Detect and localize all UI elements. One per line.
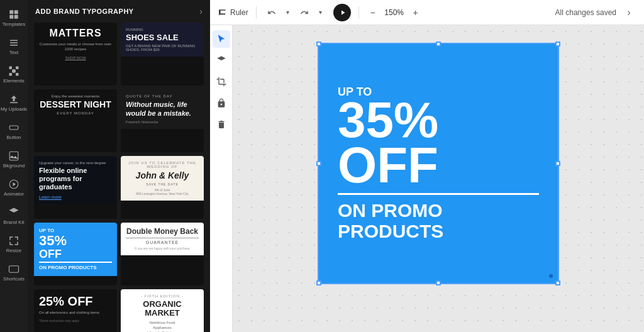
canvas-document[interactable]: UP TO 35% OFF ON PROMO PRODUCTS: [319, 44, 558, 283]
card-promo-pct: 35%: [39, 234, 112, 248]
template-card-wedding[interactable]: Join us to celebrate the wedding of John…: [121, 156, 204, 219]
svg-rect-9: [9, 126, 18, 130]
svg-rect-12: [9, 266, 19, 273]
crop-tool[interactable]: [213, 73, 230, 91]
sidebar-item-brand-kit[interactable]: Brand Kit: [0, 203, 28, 229]
svg-rect-0: [9, 10, 13, 14]
card-dessert-day: EVERY MONDAY: [57, 111, 94, 115]
template-card-music[interactable]: QUOTE OF THE DAY Without music, life wou…: [121, 89, 204, 152]
card-money-title: Double Money Back: [126, 228, 198, 236]
card-money-guarantee: GUARANTEE: [126, 238, 199, 245]
sidebar-item-uploads[interactable]: My Uploads: [0, 90, 28, 116]
lock-tool[interactable]: [213, 94, 230, 112]
card-flexible-link: Learn more: [39, 195, 112, 199]
template-card-money[interactable]: Double Money Back GUARANTEE If you are n…: [121, 223, 204, 285]
svg-point-4: [12, 69, 16, 73]
sidebar-item-background[interactable]: Bkground: [0, 147, 28, 172]
card-promo-divider: [39, 262, 112, 263]
resize-handle-br[interactable]: [555, 280, 560, 285]
ruler-icon: [218, 8, 228, 18]
svg-rect-2: [9, 15, 13, 19]
card-shoes-title: SHOES SALE: [126, 33, 199, 42]
card-dessert-sub: Enjoy the sweetest moments: [52, 94, 100, 98]
card-shoes-sub: GET A BRAND NEW PAIR OF RUNNING SHOES, F…: [126, 44, 199, 52]
panel-header: ADD BRAND TYPOGRAPHY ›: [28, 0, 210, 23]
expand-button[interactable]: ›: [621, 5, 636, 20]
svg-rect-10: [9, 152, 18, 160]
svg-rect-3: [14, 15, 18, 19]
resize-handle-bm[interactable]: [436, 280, 441, 285]
canvas-line4: ON PROMO: [338, 200, 539, 221]
zoom-level: 150%: [382, 8, 407, 17]
canvas-line3: OFF: [338, 143, 539, 188]
resize-handle-tr[interactable]: [555, 42, 560, 47]
card-music-label: QUOTE OF THE DAY: [126, 94, 199, 98]
resize-handle-ml[interactable]: [316, 161, 321, 166]
sidebar-item-animator[interactable]: Animator: [0, 175, 28, 201]
sidebar-item-resize[interactable]: Resize: [0, 231, 28, 257]
card-flexible-title: Flexible online programs for graduates: [39, 167, 112, 192]
corner-indicator: [549, 274, 553, 278]
resize-handle-bl[interactable]: [316, 280, 321, 285]
resize-handle-tm[interactable]: [436, 42, 441, 47]
panel-close-button[interactable]: ›: [199, 6, 203, 16]
panel-title: ADD BRAND TYPOGRAPHY: [35, 8, 134, 15]
canvas-line2: 35%: [338, 97, 539, 143]
separator: [256, 6, 257, 19]
sidebar-item-text[interactable]: Text: [0, 33, 28, 59]
separator2: [358, 6, 359, 19]
card-flexible-sub: Upgrade your career, to the next degree: [39, 161, 112, 165]
card-dessert-title: DESSERT NIGHT: [40, 100, 111, 109]
card-wedding-details: 4th of June 866 Lexington Avenue, New Yo…: [136, 188, 188, 196]
card-25-desc: On all electronics and clothing items: [39, 311, 112, 316]
play-button[interactable]: [333, 4, 351, 21]
card-matters-title: MATTERS: [49, 28, 101, 39]
card-25-note: *Some exclusions may apply: [39, 319, 112, 323]
zoom-controls: − 150% +: [367, 6, 422, 19]
canvas-content: UP TO 35% OFF ON PROMO PRODUCTS: [319, 44, 558, 283]
sidebar: Templates Text Elements My Uploads Butto…: [0, 0, 28, 332]
card-music-author: Friedrich Nietzsche: [126, 120, 199, 124]
card-money-small: If you are not happy with your purchase: [135, 246, 190, 250]
sidebar-item-elements[interactable]: Elements: [0, 62, 28, 87]
card-music-quote: Without music, life would be a mistake.: [126, 100, 199, 118]
svg-rect-7: [16, 73, 19, 76]
svg-rect-5: [9, 67, 13, 70]
card-25-pct: 25% OFF: [39, 294, 112, 309]
delete-tool[interactable]: [213, 116, 230, 133]
template-card-25off[interactable]: 25% OFF On all electronics and clothing …: [34, 289, 117, 332]
undo-dropdown[interactable]: ▾: [280, 5, 296, 20]
history-controls: ▾ ▾: [264, 5, 328, 20]
top-bar: Ruler ▾ ▾ − 150% + All changes saved ›: [210, 0, 644, 25]
ruler-control[interactable]: Ruler: [218, 8, 248, 18]
card-matters-subtitle: Customize your meals or choose from over…: [39, 42, 112, 52]
zoom-out-button[interactable]: −: [367, 6, 379, 19]
template-card-promo35[interactable]: UP TO 35% OFF ON PROMO PRODUCTS: [34, 223, 117, 285]
template-card-flexible[interactable]: Upgrade your career, to the next degree …: [34, 156, 117, 219]
redo-dropdown[interactable]: ▾: [313, 5, 328, 20]
sidebar-item-button[interactable]: Button: [0, 118, 28, 144]
sidebar-item-templates[interactable]: Templates: [0, 5, 28, 31]
zoom-in-button[interactable]: +: [409, 6, 422, 19]
resize-handle-tl[interactable]: [316, 42, 321, 47]
saved-status: All changes saved: [555, 8, 616, 17]
card-matters-link: SHOP NOW: [65, 56, 86, 60]
svg-rect-8: [9, 73, 13, 76]
card-organic-edition: - FIFTH EDITION -: [141, 294, 183, 298]
template-grid: MATTERS Customize your meals or choose f…: [28, 23, 210, 332]
layers-tool[interactable]: [213, 52, 230, 69]
undo-button[interactable]: [264, 5, 279, 20]
redo-button[interactable]: [297, 5, 312, 20]
card-organic-sub: Nutritious Food Appliances Lifestyle Sol…: [147, 320, 177, 332]
template-card-shoes[interactable]: RUNNING SHOES SALE GET A BRAND NEW PAIR …: [121, 23, 204, 86]
card-promo-on: ON PROMO PRODUCTS: [39, 265, 112, 271]
template-card-organic[interactable]: - FIFTH EDITION - ORGANIC MARKET Nutriti…: [121, 289, 204, 332]
select-tool[interactable]: [213, 30, 230, 48]
sidebar-item-shortcuts[interactable]: Shortcuts: [0, 260, 28, 285]
card-wedding-sub: Join us to celebrate the wedding of: [126, 161, 199, 169]
template-card-dessert[interactable]: Enjoy the sweetest moments DESSERT NIGHT…: [34, 89, 117, 152]
resize-handle-mr[interactable]: [555, 161, 560, 166]
card-shoes-tag: RUNNING: [126, 28, 199, 31]
ruler-label: Ruler: [230, 8, 248, 17]
template-card-matters[interactable]: MATTERS Customize your meals or choose f…: [34, 23, 117, 86]
